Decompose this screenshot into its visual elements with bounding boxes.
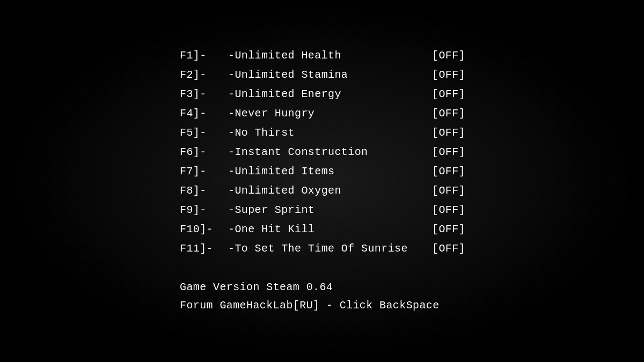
cheat-key: F5]- bbox=[180, 125, 228, 141]
cheat-desc: -Unlimited Stamina bbox=[228, 67, 432, 83]
cheat-status: [OFF] bbox=[432, 241, 464, 257]
cheat-desc: -Unlimited Oxygen bbox=[228, 183, 432, 199]
cheat-desc: -No Thirst bbox=[228, 125, 432, 141]
cheat-status: [OFF] bbox=[432, 144, 464, 160]
cheat-key: F8]- bbox=[180, 183, 228, 199]
cheat-desc: -Unlimited Items bbox=[228, 164, 432, 180]
footer-line1: Game Version Steam 0.64 bbox=[180, 278, 464, 297]
cheat-status: [OFF] bbox=[432, 221, 464, 238]
cheat-row: F10]--One Hit Kill[OFF] bbox=[180, 221, 464, 238]
cheat-row: F3]--Unlimited Energy[OFF] bbox=[180, 86, 464, 102]
cheat-status: [OFF] bbox=[432, 48, 464, 64]
cheat-desc: -Never Hungry bbox=[228, 106, 432, 122]
cheat-status: [OFF] bbox=[432, 183, 464, 199]
cheat-key: F4]- bbox=[180, 106, 228, 122]
cheat-status: [OFF] bbox=[432, 86, 464, 102]
cheat-status: [OFF] bbox=[432, 125, 464, 141]
cheat-key: F1]- bbox=[180, 48, 228, 64]
cheat-status: [OFF] bbox=[432, 202, 464, 218]
cheat-desc: -One Hit Kill bbox=[228, 221, 432, 238]
cheat-key: F2]- bbox=[180, 67, 228, 83]
cheat-desc: -Unlimited Energy bbox=[228, 86, 432, 102]
cheat-key: F9]- bbox=[180, 202, 228, 218]
cheat-panel: F1]--Unlimited Health[OFF]F2]--Unlimited… bbox=[148, 32, 496, 331]
cheat-row: F6]--Instant Construction[OFF] bbox=[180, 144, 464, 160]
cheat-status: [OFF] bbox=[432, 106, 464, 122]
footer-line2: Forum GameHackLab[RU] - Click BackSpace bbox=[180, 297, 464, 315]
cheat-desc: -Instant Construction bbox=[228, 144, 432, 160]
cheat-row: F11]--To Set The Time Of Sunrise[OFF] bbox=[180, 241, 464, 257]
cheat-list: F1]--Unlimited Health[OFF]F2]--Unlimited… bbox=[180, 48, 464, 257]
cheat-row: F1]--Unlimited Health[OFF] bbox=[180, 48, 464, 64]
cheat-status: [OFF] bbox=[432, 67, 464, 83]
cheat-desc: -Unlimited Health bbox=[228, 48, 432, 64]
cheat-key: F10]- bbox=[180, 221, 228, 238]
cheat-status: [OFF] bbox=[432, 164, 464, 180]
cheat-row: F2]--Unlimited Stamina[OFF] bbox=[180, 67, 464, 83]
cheat-row: F9]--Super Sprint[OFF] bbox=[180, 202, 464, 218]
screen: F1]--Unlimited Health[OFF]F2]--Unlimited… bbox=[0, 0, 644, 362]
cheat-desc: -Super Sprint bbox=[228, 202, 432, 218]
cheat-key: F6]- bbox=[180, 144, 228, 160]
cheat-row: F8]--Unlimited Oxygen[OFF] bbox=[180, 183, 464, 199]
cheat-desc: -To Set The Time Of Sunrise bbox=[228, 241, 432, 257]
footer: Game Version Steam 0.64 Forum GameHackLa… bbox=[180, 278, 464, 315]
cheat-row: F4]--Never Hungry[OFF] bbox=[180, 106, 464, 122]
cheat-key: F3]- bbox=[180, 86, 228, 102]
cheat-key: F11]- bbox=[180, 241, 228, 257]
cheat-row: F5]--No Thirst[OFF] bbox=[180, 125, 464, 141]
cheat-row: F7]--Unlimited Items[OFF] bbox=[180, 164, 464, 180]
cheat-key: F7]- bbox=[180, 164, 228, 180]
